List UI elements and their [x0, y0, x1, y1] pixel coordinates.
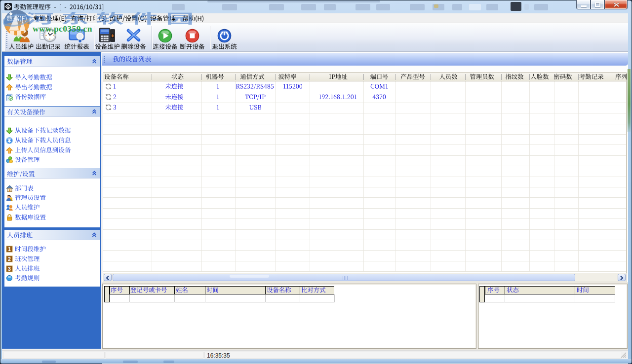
svg-text:3: 3: [8, 266, 11, 272]
svg-text:2: 2: [8, 256, 11, 262]
svg-text:1: 1: [8, 247, 11, 252]
